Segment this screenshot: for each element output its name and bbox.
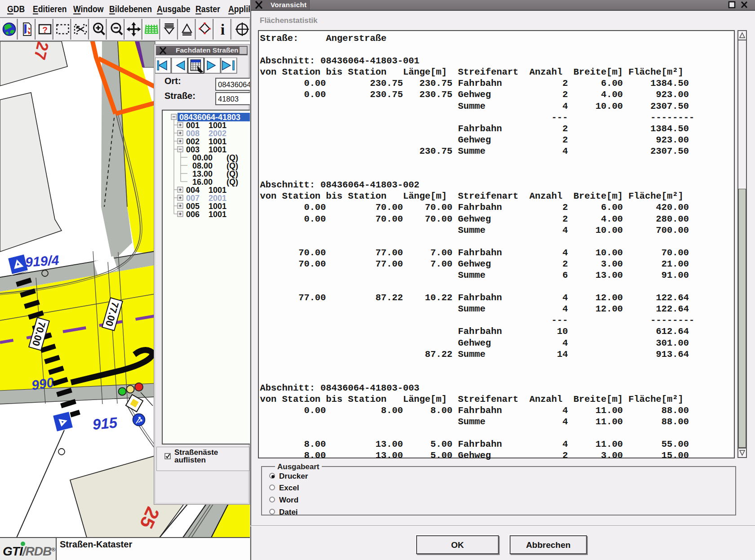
svg-text:915: 915 — [92, 414, 118, 433]
svg-text:i: i — [221, 21, 225, 38]
svg-text:919/4: 919/4 — [25, 253, 60, 270]
svg-text:?: ? — [42, 25, 48, 35]
